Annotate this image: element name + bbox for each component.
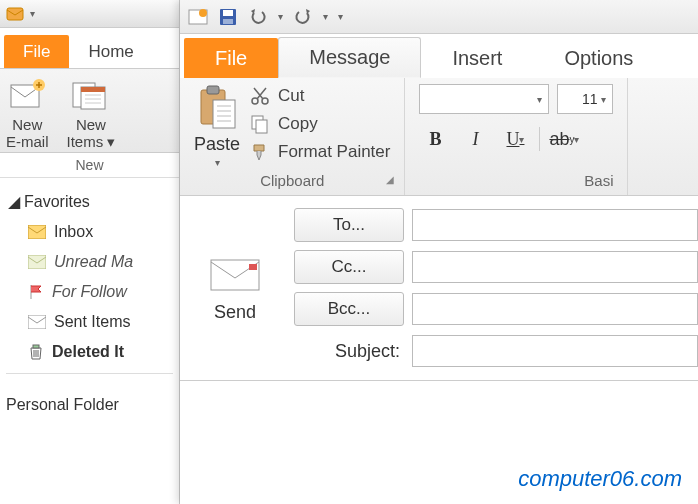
cut-button[interactable]: Cut — [250, 86, 390, 106]
send-label: Send — [214, 302, 256, 323]
undo-icon[interactable] — [248, 7, 268, 27]
bold-button[interactable]: B — [419, 124, 451, 154]
ribbon: New E-mail New Items ▾ — [0, 68, 179, 153]
new-email-label: New E-mail — [6, 117, 49, 150]
tab-strip: File Home — [0, 28, 179, 68]
compose-header: Send To... Cc... Bcc... Subject: — [180, 196, 698, 381]
nav-label: Inbox — [54, 223, 93, 241]
tab-file[interactable]: File — [4, 35, 69, 68]
collapse-icon: ◢ — [8, 192, 20, 211]
message-body[interactable] — [180, 381, 698, 441]
cc-button[interactable]: Cc... — [294, 250, 404, 284]
copy-button[interactable]: Copy — [250, 114, 390, 134]
font-size-combo[interactable]: 11 ▾ — [557, 84, 613, 114]
tab-strip: File Message Insert Options — [180, 34, 698, 78]
paste-icon — [195, 84, 239, 132]
cut-label: Cut — [278, 86, 304, 106]
copy-label: Copy — [278, 114, 318, 134]
svg-rect-10 — [28, 255, 46, 269]
favorites-label: Favorites — [24, 193, 90, 211]
tab-message[interactable]: Message — [278, 37, 421, 78]
svg-rect-31 — [256, 120, 267, 133]
painter-label: Format Painter — [278, 142, 390, 162]
svg-rect-19 — [223, 10, 233, 16]
svg-rect-20 — [223, 19, 233, 24]
tab-home[interactable]: Home — [69, 35, 152, 68]
redo-dropdown-icon[interactable]: ▾ — [323, 11, 328, 22]
new-items-button[interactable]: New Items ▾ — [67, 77, 116, 150]
paste-dropdown-icon[interactable]: ▾ — [215, 157, 220, 168]
separator — [539, 127, 540, 151]
separator — [6, 373, 173, 374]
paste-button[interactable]: Paste ▾ — [194, 84, 240, 168]
nav-follow[interactable]: For Follow — [6, 277, 173, 307]
qat-dropdown-icon[interactable]: ▾ — [30, 8, 35, 19]
chevron-down-icon: ▾ — [537, 94, 542, 105]
outlook-main-window: ▾ File Home New E-mail New Items ▾ New ◢… — [0, 0, 180, 504]
dialog-launcher-icon[interactable]: ◢ — [386, 174, 394, 185]
redo-icon[interactable] — [293, 7, 313, 27]
message-compose-window: ▾ ▾ ▾ File Message Insert Options Paste … — [180, 0, 698, 504]
group-clipboard: Paste ▾ Cut Copy Format Painter — [180, 78, 405, 195]
nav-label: For Follow — [52, 283, 127, 301]
nav-label: Unread Ma — [54, 253, 133, 271]
bcc-field[interactable] — [412, 293, 698, 325]
new-email-button[interactable]: New E-mail — [6, 77, 49, 150]
ribbon-group-new: New — [0, 153, 179, 178]
sent-icon — [28, 315, 46, 329]
scissors-icon — [250, 86, 270, 106]
title-bar: ▾ — [0, 0, 179, 28]
svg-rect-23 — [213, 100, 235, 128]
tab-insert[interactable]: Insert — [421, 38, 533, 78]
nav-deleted[interactable]: Deleted It — [6, 337, 173, 367]
italic-button[interactable]: I — [459, 124, 491, 154]
strike-button[interactable]: aby ▾ — [548, 124, 580, 154]
flag-icon — [28, 284, 44, 300]
nav-inbox[interactable]: Inbox — [6, 217, 173, 247]
font-family-combo[interactable]: ▾ — [419, 84, 549, 114]
font-group-label: Basi — [419, 168, 613, 195]
svg-rect-12 — [33, 345, 39, 348]
subject-field[interactable] — [412, 335, 698, 367]
save-icon[interactable] — [218, 7, 238, 27]
clipboard-group-label: Clipboard ◢ — [194, 168, 390, 195]
nav-label: Sent Items — [54, 313, 130, 331]
new-email-icon — [7, 77, 47, 113]
favorites-header[interactable]: ◢ Favorites — [6, 186, 173, 217]
outlook-icon — [6, 5, 24, 23]
svg-rect-9 — [28, 225, 46, 239]
svg-rect-22 — [207, 86, 219, 94]
unread-icon — [28, 255, 46, 269]
svg-rect-11 — [28, 315, 46, 329]
nav-sent[interactable]: Sent Items — [6, 307, 173, 337]
to-field[interactable] — [412, 209, 698, 241]
envelope-icon — [207, 254, 263, 294]
svg-rect-33 — [249, 264, 257, 270]
ribbon: Paste ▾ Cut Copy Format Painter — [180, 78, 698, 196]
qat-customize-icon[interactable]: ▾ — [338, 11, 343, 22]
nav-unread[interactable]: Unread Ma — [6, 247, 173, 277]
underline-button[interactable]: U ▾ — [499, 124, 531, 154]
cc-field[interactable] — [412, 251, 698, 283]
personal-folders[interactable]: Personal Folder — [0, 388, 179, 422]
new-items-label: New Items ▾ — [67, 117, 116, 150]
paste-label: Paste — [194, 134, 240, 155]
format-painter-button[interactable]: Format Painter — [250, 142, 390, 162]
svg-rect-0 — [7, 8, 23, 20]
undo-dropdown-icon[interactable]: ▾ — [278, 11, 283, 22]
to-button[interactable]: To... — [294, 208, 404, 242]
app-icon — [188, 7, 208, 27]
inbox-icon — [28, 225, 46, 239]
subject-label: Subject: — [290, 341, 404, 362]
chevron-down-icon: ▾ — [601, 94, 606, 105]
title-bar: ▾ ▾ ▾ — [180, 0, 698, 34]
brush-icon — [250, 142, 270, 162]
svg-point-17 — [199, 9, 207, 17]
new-items-icon — [71, 77, 111, 113]
tab-file[interactable]: File — [184, 38, 278, 78]
nav-pane: ◢ Favorites Inbox Unread Ma For Follow S… — [0, 178, 179, 388]
bcc-button[interactable]: Bcc... — [294, 292, 404, 326]
tab-options[interactable]: Options — [533, 38, 664, 78]
send-button[interactable]: Send — [180, 196, 290, 380]
trash-icon — [28, 344, 44, 360]
